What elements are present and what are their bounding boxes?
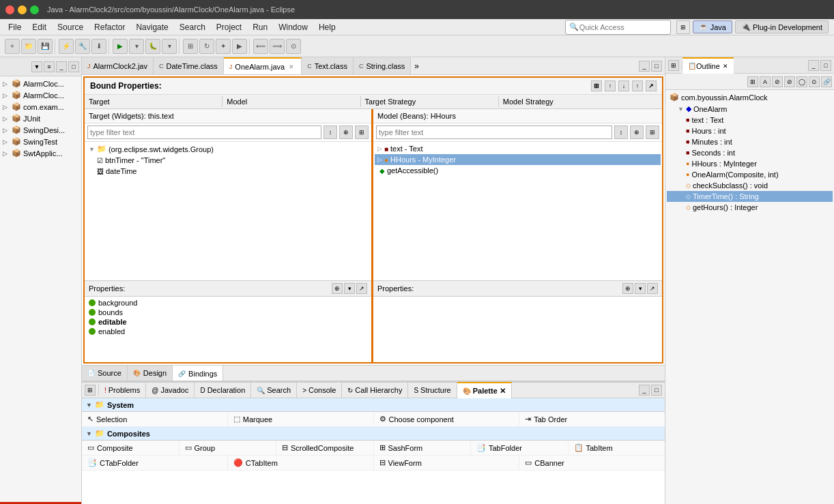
bottom-panel-icon[interactable]: ⊞ [85,385,96,396]
target-filter-input[interactable] [87,125,321,139]
window-controls[interactable] [5,5,39,14]
tp-btn-1[interactable]: ⊕ [332,283,343,294]
bottom-tab-problems[interactable]: ! Problems [99,382,146,398]
perspective-plugin[interactable]: 🔌 Plug-in Development [735,20,829,33]
sub-tab-source[interactable]: 📄 Source [82,365,128,381]
menu-file[interactable]: File [3,21,27,33]
menu-refactor[interactable]: Refactor [89,21,130,33]
outline-item-get-hours[interactable]: ◇ getHours() : Integer [667,202,833,213]
model-tree-item-1[interactable]: ▷ ● HHours - MyInteger [375,154,661,165]
toolbar-ext-2[interactable]: ↻ [199,39,214,54]
palette-tab-item[interactable]: 📋 TabItem [569,441,665,455]
bp-btn-1[interactable]: ⊞ [591,80,602,91]
new-button[interactable]: + [5,39,20,54]
palette-cbanner[interactable]: ▭ CBanner [519,456,665,470]
menu-window[interactable]: Window [273,21,313,33]
outline-item-field-text[interactable]: ■ text : Text [667,115,833,125]
outline-filter-btn-4[interactable]: ⊙ [809,76,820,87]
palette-sash-form[interactable]: ⊞ SashForm [374,441,472,455]
bp-btn-2[interactable]: ↑ [605,80,616,91]
bottom-tab-console[interactable]: > Console [297,382,342,398]
sidebar-menu-btn[interactable]: ≡ [44,61,55,72]
toolbar-btn-2[interactable]: 📁 [21,39,36,54]
palette-scrolled-composite[interactable]: ⊟ ScrolledComposite [276,441,374,455]
sub-tab-bindings[interactable]: 🔗 Bindings [173,365,223,381]
target-filter-btn-2[interactable]: ⊕ [339,125,353,139]
outline-filter-btn-3[interactable]: ◯ [796,76,807,87]
outline-item-field-hhours[interactable]: ● HHours : MyInteger [667,158,833,169]
outline-item-check-subclass[interactable]: ◇ checkSubclass() : void [667,180,833,191]
sidebar-item-2[interactable]: ▷ 📦 com.exam... [1,101,80,113]
minimize-button[interactable] [18,5,27,14]
palette-choose-component[interactable]: ⚙ Choose component [374,412,520,426]
editor-tab-1[interactable]: C DateTime.class [154,57,224,75]
model-filter-input[interactable] [376,125,612,139]
sidebar-max-btn[interactable]: □ [68,61,79,72]
sidebar-item-4[interactable]: ▷ 📦 SwingDesi... [1,124,80,136]
outline-alpha-btn[interactable]: A [760,76,771,87]
bp-btn-5[interactable]: ↗ [646,80,657,91]
outline-filter-btn-1[interactable]: ⊘ [772,76,783,87]
bottom-tab-declaration[interactable]: D Declaration [195,382,251,398]
sidebar-item-5[interactable]: ▷ 📦 SwingTest [1,136,80,147]
bottom-min-btn[interactable]: _ [639,385,650,396]
outline-item-class[interactable]: ▼ ◆ OneAlarm [667,103,833,115]
sidebar-min-btn[interactable]: _ [56,61,67,72]
bottom-tab-search[interactable]: 🔍 Search [251,382,297,398]
outline-panel-icon[interactable]: ⊞ [668,60,679,71]
editor-min-btn[interactable]: _ [639,61,650,72]
palette-marquee[interactable]: ⬚ Marquee [228,412,374,426]
sidebar-item-0[interactable]: ▷ 📦 AlarmCloc... [1,78,80,89]
bp-btn-3[interactable]: ↓ [618,80,629,91]
model-tree-item-0[interactable]: ▷ ■ text - Text [375,143,661,154]
quick-access-input[interactable] [565,20,671,35]
outline-item-constructor[interactable]: ● OneAlarm(Composite, int) [667,169,833,180]
palette-tab-order[interactable]: ⇥ Tab Order [519,412,665,426]
model-filter-btn-1[interactable]: ↕ [614,125,628,139]
menu-project[interactable]: Project [211,21,247,33]
menu-edit[interactable]: Edit [27,21,52,33]
outline-link-btn[interactable]: 🔗 [821,76,832,87]
perspective-java[interactable]: ☕ Java [693,20,732,33]
debug-dropdown[interactable]: ▾ [162,39,177,54]
palette-ctab-item[interactable]: 🔴 CTabItem [228,456,374,470]
outline-item-pkg[interactable]: 📦 com.byoussin.AlarmClock [667,91,833,103]
sidebar-item-3[interactable]: ▷ 📦 JUnit [1,113,80,124]
save-button[interactable]: 💾 [38,39,53,54]
editor-max-btn[interactable]: □ [651,61,662,72]
bottom-max-btn[interactable]: □ [651,385,662,396]
sidebar-collapse-btn[interactable]: ▼ [31,61,42,72]
outline-min-btn[interactable]: _ [808,60,819,71]
tab-close-2[interactable]: ✕ [287,63,296,70]
palette-composite[interactable]: ▭ Composite [82,441,179,455]
maximize-button[interactable] [30,5,39,14]
model-filter-btn-2[interactable]: ⊕ [630,125,644,139]
palette-selection[interactable]: ↖ Selection [82,412,228,426]
bottom-tab-javadoc[interactable]: @ Javadoc [146,382,195,398]
menu-navigate[interactable]: Navigate [130,21,173,33]
toolbar-nav-1[interactable]: ⟸ [253,39,268,54]
run-button[interactable]: ▶ [113,39,128,54]
toolbar-ext-4[interactable]: ▶ [232,39,247,54]
bottom-tab-palette[interactable]: 🎨 Palette ✕ [457,382,512,398]
run-dropdown[interactable]: ▾ [129,39,144,54]
palette-view-form[interactable]: ⊟ ViewForm [374,456,520,470]
tab-overflow-btn[interactable]: » [411,60,422,72]
sidebar-item-1[interactable]: ▷ 📦 AlarmCloc... [1,89,80,101]
tp-btn-2[interactable]: ▾ [344,283,355,294]
perspective-icon[interactable]: ⊞ [676,20,690,34]
debug-button[interactable]: 🐛 [145,39,160,54]
toolbar-btn-3[interactable]: ⚡ [59,39,74,54]
mp-btn-1[interactable]: ⊕ [622,283,633,294]
editor-tab-0[interactable]: J AlarmClock2.jav [82,57,154,75]
tab-outline[interactable]: 📋 Outline ✕ [682,57,734,74]
menu-search[interactable]: Search [174,21,211,33]
outline-collapse-btn[interactable]: ⊞ [747,76,758,87]
tp-btn-3[interactable]: ↗ [356,283,367,294]
menu-help[interactable]: Help [313,21,341,33]
mp-btn-2[interactable]: ▾ [635,283,646,294]
toolbar-btn-4[interactable]: 🔧 [75,39,90,54]
toolbar-nav-2[interactable]: ⟹ [270,39,285,54]
toolbar-ext-3[interactable]: ✦ [216,39,231,54]
menu-run[interactable]: Run [247,21,273,33]
